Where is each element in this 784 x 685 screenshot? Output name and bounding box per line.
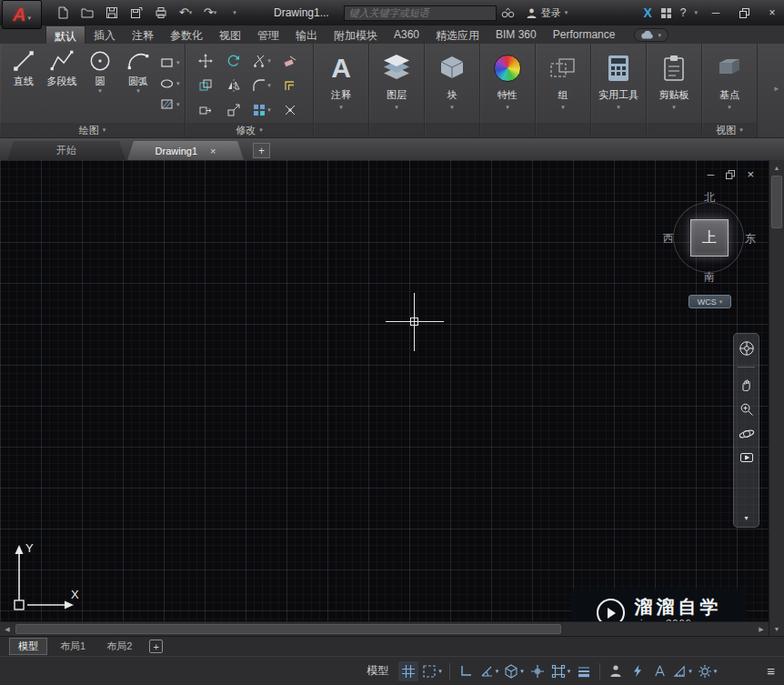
ribbon-tab-a360[interactable]: A360: [386, 25, 427, 44]
file-tab-close-icon[interactable]: ×: [210, 146, 216, 156]
chevron-down-icon[interactable]: ▾: [694, 9, 698, 16]
scroll-down-icon[interactable]: ▼: [769, 621, 784, 636]
fillet-tool-button[interactable]: ▾: [252, 78, 271, 93]
annotation-autoscale-button[interactable]: [628, 661, 648, 681]
explode-tool-button[interactable]: [283, 103, 297, 117]
app-menu-button[interactable]: A ▾: [2, 0, 42, 29]
minimize-button[interactable]: ─: [706, 5, 726, 21]
save-button[interactable]: [104, 5, 120, 21]
ribbon-tab-view[interactable]: 视图: [211, 25, 249, 44]
grid-toggle-button[interactable]: [398, 661, 418, 681]
ribbon-tab-parametric[interactable]: 参数化: [162, 25, 211, 44]
hatch-tool-button[interactable]: ▾: [160, 97, 180, 111]
group-button[interactable]: 组 ▾: [536, 44, 590, 122]
ribbon-tab-addins[interactable]: 附加模块: [326, 25, 386, 44]
annotation-button[interactable]: A 注释 ▾: [314, 44, 368, 122]
draw-panel-footer[interactable]: 绘图 ▾: [0, 123, 185, 137]
ribbon-tab-manage[interactable]: 管理: [249, 25, 287, 44]
layout-tab-layout2[interactable]: 布局2: [98, 638, 140, 655]
line-tool-button[interactable]: 直线: [5, 48, 43, 111]
restore-button[interactable]: [734, 5, 754, 21]
new-layout-button[interactable]: +: [149, 640, 163, 653]
undo-button[interactable]: ↶ ▾: [177, 5, 194, 21]
utilities-button[interactable]: 实用工具 ▾: [591, 44, 646, 122]
ribbon-tab-output[interactable]: 输出: [287, 25, 326, 44]
file-tab-drawing1[interactable]: Drawing1 ×: [127, 141, 244, 160]
horizontal-scroll-thumb[interactable]: [15, 624, 561, 634]
erase-tool-button[interactable]: [283, 54, 297, 68]
offset-tool-button[interactable]: [283, 78, 297, 93]
osnap-tracking-button[interactable]: [528, 661, 548, 681]
chevron-down-icon[interactable]: ▾: [520, 668, 524, 675]
scroll-up-icon[interactable]: ▲: [769, 160, 784, 175]
modify-panel-footer[interactable]: 修改 ▾: [186, 123, 313, 137]
workspace-switch-button[interactable]: ▾: [696, 661, 719, 681]
array-tool-button[interactable]: ▾: [252, 103, 271, 117]
scale-tool-button[interactable]: [226, 103, 241, 117]
model-space-button[interactable]: 模型: [367, 663, 388, 679]
search-input[interactable]: [344, 5, 497, 21]
viewcube[interactable]: 北 南 西 东 上: [662, 190, 757, 285]
snap-toggle-button[interactable]: ▾: [420, 661, 444, 681]
communication-center-button[interactable]: ▾: [634, 28, 668, 42]
ribbon-scroll-icon[interactable]: ▸: [774, 84, 779, 93]
view-panel-footer[interactable]: 视图 ▾: [702, 123, 757, 137]
vertical-scroll-thumb[interactable]: [771, 176, 782, 228]
orbit-button[interactable]: [739, 427, 755, 441]
customization-menu-button[interactable]: ≡: [767, 663, 775, 679]
copy-tool-button[interactable]: [198, 78, 213, 93]
open-file-button[interactable]: [79, 5, 95, 21]
annotation-visibility-button[interactable]: [649, 661, 669, 681]
help-button[interactable]: ?: [680, 6, 687, 19]
save-as-button[interactable]: [128, 5, 145, 21]
redo-button[interactable]: ↷ ▾: [202, 5, 218, 21]
scroll-right-icon[interactable]: ▶: [754, 622, 769, 636]
ribbon-tab-featured-apps[interactable]: 精选应用: [427, 25, 487, 44]
drawing-restore-button[interactable]: [726, 170, 735, 179]
new-drawing-tab-button[interactable]: +: [253, 143, 270, 158]
drawing-close-icon[interactable]: ×: [747, 169, 754, 180]
chevron-down-icon[interactable]: ▾: [438, 668, 442, 675]
chevron-down-icon[interactable]: ▾: [568, 668, 571, 675]
close-button[interactable]: ×: [762, 5, 782, 21]
navbar-more-icon[interactable]: ▾: [744, 514, 748, 522]
sign-in-button[interactable]: 登录 ▾: [526, 6, 568, 20]
polyline-tool-button[interactable]: 多段线: [43, 48, 81, 111]
polar-tracking-button[interactable]: ▾: [477, 661, 501, 681]
layout-tab-model[interactable]: 模型: [9, 638, 47, 655]
isolate-objects-button[interactable]: [606, 661, 626, 681]
plot-button[interactable]: [153, 5, 169, 21]
chevron-down-icon[interactable]: ▾: [714, 668, 718, 675]
clipboard-button[interactable]: 剪贴板 ▾: [647, 44, 701, 122]
basepoint-button[interactable]: 基点 ▾: [702, 44, 757, 122]
navigation-wheel-button[interactable]: [739, 340, 755, 357]
properties-button[interactable]: 特性 ▾: [480, 44, 535, 122]
viewcube-east-label[interactable]: 东: [745, 231, 756, 247]
search-button[interactable]: [501, 7, 515, 19]
stretch-tool-button[interactable]: [198, 103, 213, 117]
drawing-viewport[interactable]: ─ × 北 南 西 东 上 WCS ▾: [0, 160, 769, 621]
chevron-down-icon[interactable]: ▾: [689, 668, 692, 675]
ribbon-tab-insert[interactable]: 插入: [85, 25, 124, 44]
viewcube-top-face[interactable]: 上: [690, 219, 729, 257]
vertical-scrollbar[interactable]: ▲ ▼: [769, 160, 784, 636]
drawing-minimize-icon[interactable]: ─: [708, 169, 715, 180]
viewcube-west-label[interactable]: 西: [663, 231, 674, 247]
file-tab-start[interactable]: 开始: [7, 141, 126, 160]
viewcube-south-label[interactable]: 南: [662, 269, 757, 285]
exchange-apps-button[interactable]: X: [643, 5, 651, 20]
ellipse-tool-button[interactable]: ▾: [160, 76, 180, 90]
qat-customize-button[interactable]: ▾: [226, 5, 243, 21]
isodraft-button[interactable]: ▾: [502, 661, 526, 681]
scroll-left-icon[interactable]: ◀: [0, 622, 15, 636]
lineweight-button[interactable]: [574, 661, 594, 681]
layout-tab-layout1[interactable]: 布局1: [52, 638, 94, 655]
circle-tool-button[interactable]: 圆 ▾: [81, 48, 119, 111]
trim-tool-button[interactable]: ▾: [252, 54, 271, 68]
wcs-dropdown[interactable]: WCS ▾: [689, 295, 731, 308]
horizontal-scrollbar[interactable]: ◀ ▶: [0, 621, 769, 636]
zoom-button[interactable]: [739, 402, 754, 417]
block-button[interactable]: 块 ▾: [425, 44, 479, 122]
show-motion-button[interactable]: [739, 451, 754, 464]
move-tool-button[interactable]: [198, 54, 213, 68]
